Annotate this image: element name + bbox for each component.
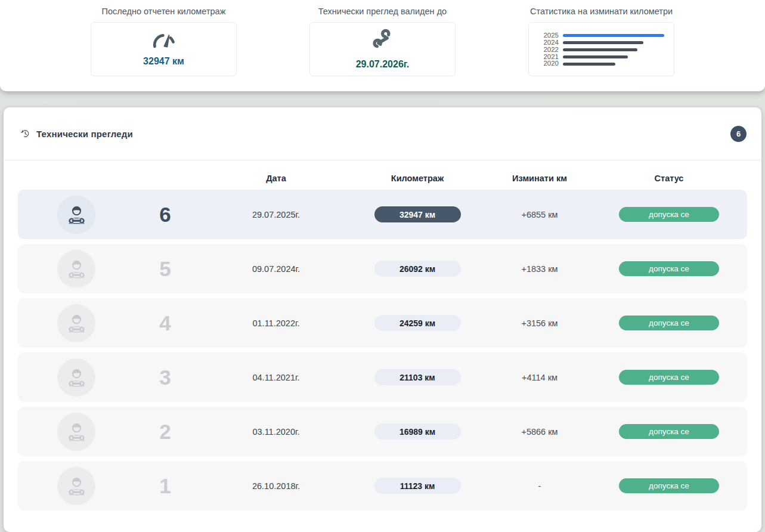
status-badge: допуска се bbox=[619, 207, 719, 222]
mechanic-avatar-icon bbox=[57, 304, 95, 342]
inspection-date: 01.11.2022г. bbox=[252, 318, 299, 328]
column-header-traveled: Изминати км bbox=[478, 174, 601, 183]
mileage-badge: 11123 км bbox=[374, 478, 461, 494]
traveled-km: +6855 км bbox=[521, 210, 558, 219]
status-badge: допуска се bbox=[619, 478, 719, 493]
chart-bar-track bbox=[563, 55, 664, 58]
chart-row: 2020 bbox=[537, 60, 664, 67]
mileage-badge: 24259 км bbox=[374, 315, 461, 331]
mileage-badge: 21103 км bbox=[374, 369, 461, 385]
mechanic-avatar-icon bbox=[57, 467, 95, 505]
odometer-card: Последно отчетен километраж 32947 км bbox=[91, 7, 237, 76]
chart-year-label: 2024 bbox=[537, 39, 559, 47]
chart-year-label: 2021 bbox=[537, 54, 559, 61]
status-badge: допуска се bbox=[619, 316, 719, 330]
inspection-number: 3 bbox=[159, 366, 171, 389]
inspection-row[interactable]: 1 26.10.2018г. 11123 км - допуска се bbox=[18, 461, 747, 511]
chart-bar bbox=[563, 41, 643, 44]
inspection-date: 26.10.2018г. bbox=[252, 481, 300, 491]
inspection-valid-card-title: Технически преглед валиден до bbox=[309, 7, 456, 16]
chart-row: 2022 bbox=[537, 47, 664, 54]
chart-year-label: 2022 bbox=[537, 47, 559, 54]
inspections-count-badge: 6 bbox=[730, 126, 747, 142]
traveled-km: +1833 км bbox=[521, 264, 558, 274]
chart-bar-track bbox=[563, 48, 664, 51]
inspection-row[interactable]: 6 29.07.2025г. 32947 км +6855 км допуска… bbox=[18, 190, 747, 239]
inspection-date: 29.07.2025г. bbox=[252, 210, 300, 219]
inspections-table: Дата Километраж Изминати км Статус 6 29.… bbox=[4, 170, 761, 511]
mileage-badge: 32947 км bbox=[374, 206, 461, 222]
status-badge: допуска се bbox=[619, 261, 719, 276]
inspections-section-header: Технически прегледи 6 bbox=[4, 107, 761, 160]
inspection-number: 5 bbox=[159, 257, 171, 281]
summary-cards: Последно отчетен километраж 32947 км Тех… bbox=[0, 7, 765, 76]
inspection-number: 4 bbox=[159, 311, 171, 335]
chart-bar bbox=[563, 34, 664, 37]
traveled-km: - bbox=[538, 481, 541, 491]
chart-bar bbox=[563, 63, 615, 66]
traveled-km: +4114 км bbox=[522, 373, 558, 382]
traveled-km: +5866 км bbox=[521, 427, 558, 437]
inspection-row[interactable]: 2 03.11.2020г. 16989 км +5866 км допуска… bbox=[18, 407, 747, 456]
inspection-number: 1 bbox=[159, 474, 171, 498]
chart-row: 2024 bbox=[537, 39, 664, 47]
inspection-row[interactable]: 4 01.11.2022г. 24259 км +3156 км допуска… bbox=[18, 298, 747, 348]
odometer-card-box: 32947 км bbox=[91, 22, 237, 76]
column-header-date: Дата bbox=[196, 174, 357, 183]
mechanic-avatar-icon bbox=[57, 413, 95, 451]
mechanic-avatar-icon bbox=[57, 250, 95, 288]
chart-year-label: 2020 bbox=[537, 60, 559, 67]
history-icon bbox=[20, 129, 30, 138]
mileage-chart: 20252024202220212020 bbox=[528, 22, 674, 76]
chart-year-label: 2025 bbox=[537, 32, 559, 39]
chart-bar-track bbox=[563, 63, 664, 66]
inspection-valid-card-box: 29.07.2026г. bbox=[309, 22, 456, 76]
inspection-number: 2 bbox=[159, 420, 171, 444]
traveled-km: +3156 км bbox=[521, 318, 558, 328]
mileage-badge: 26092 км bbox=[374, 261, 461, 277]
chart-bar bbox=[563, 55, 628, 58]
mechanic-avatar-icon bbox=[57, 358, 95, 397]
status-badge: допуска се bbox=[619, 424, 719, 439]
mechanic-avatar-icon bbox=[57, 196, 95, 234]
speedometer-icon bbox=[150, 32, 178, 52]
inspection-valid-card: Технически преглед валиден до 29.07.2026… bbox=[309, 7, 456, 76]
inspections-section-title: Технически прегледи bbox=[36, 129, 133, 139]
inspection-date: 03.11.2020г. bbox=[252, 427, 299, 437]
odometer-card-title: Последно отчетен километраж bbox=[91, 7, 237, 16]
status-badge: допуска се bbox=[619, 370, 719, 385]
wrench-icon bbox=[371, 29, 395, 55]
odometer-value: 32947 км bbox=[143, 56, 184, 67]
inspection-valid-value: 29.07.2026г. bbox=[356, 59, 410, 70]
mileage-badge: 16989 км bbox=[374, 423, 461, 440]
inspection-rows: 6 29.07.2025г. 32947 км +6855 км допуска… bbox=[18, 190, 747, 511]
inspection-date: 04.11.2021г. bbox=[252, 373, 299, 382]
inspection-row[interactable]: 5 09.07.2024г. 26092 км +1833 км допуска… bbox=[18, 244, 747, 293]
chart-bar-track bbox=[563, 41, 664, 44]
summary-panel: Последно отчетен километраж 32947 км Тех… bbox=[0, 0, 765, 91]
column-header-mileage: Километраж bbox=[357, 174, 478, 183]
inspection-row[interactable]: 3 04.11.2021г. 21103 км +4114 км допуска… bbox=[18, 352, 747, 402]
chart-bar bbox=[563, 48, 637, 51]
mileage-stats-card: Статистика на изминати километри 2025202… bbox=[528, 7, 674, 76]
inspections-table-header-row: Дата Километраж Изминати км Статус bbox=[18, 170, 747, 187]
inspection-number: 6 bbox=[159, 203, 171, 227]
inspections-panel: Технически прегледи 6 Дата Километраж Из… bbox=[4, 107, 761, 532]
inspection-date: 09.07.2024г. bbox=[252, 264, 300, 274]
column-header-status: Статус bbox=[601, 174, 737, 183]
mileage-stats-card-title: Статистика на изминати километри bbox=[528, 7, 674, 16]
chart-bar-track bbox=[563, 34, 664, 37]
